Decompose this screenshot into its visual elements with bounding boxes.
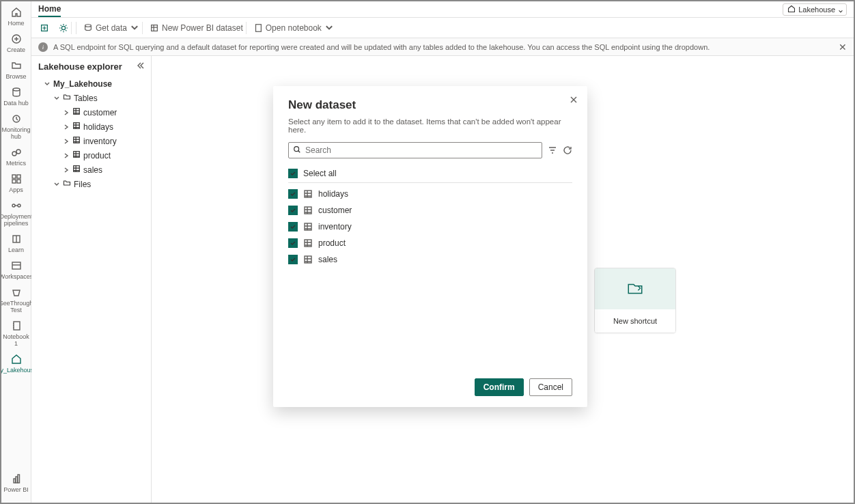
rail-power-bi[interactable]: Power BI: [1, 471, 31, 497]
svg-rect-8: [17, 180, 20, 183]
home-icon: [11, 7, 22, 18]
rail-label: Metrics: [6, 160, 26, 167]
checkbox-checked[interactable]: [288, 238, 298, 248]
tree-tables-label: Tables: [74, 94, 98, 103]
folder-icon: [63, 93, 71, 103]
tree-files[interactable]: Files: [31, 177, 151, 191]
tree-table-label: holidays: [83, 122, 113, 132]
rail-data-hub[interactable]: Data hub: [1, 84, 31, 111]
modal-item-row[interactable]: customer: [288, 202, 572, 219]
modal-item-row[interactable]: inventory: [288, 219, 572, 235]
tree-table-label: customer: [83, 108, 117, 117]
top-bar: Home: [31, 1, 854, 18]
refresh-button[interactable]: [563, 145, 572, 155]
table-icon: [72, 150, 81, 160]
page-title: Home: [38, 2, 61, 17]
tree-table-item[interactable]: customer: [31, 105, 151, 120]
new-dataset-button[interactable]: New Power BI dataset: [147, 22, 247, 34]
checkbox-checked[interactable]: [288, 169, 298, 178]
info-message: A SQL endpoint for SQL querying and a de…: [53, 43, 710, 51]
toolbar: Get data New Power BI dataset Open noteb…: [31, 18, 854, 38]
view-switcher[interactable]: Lakehouse: [783, 3, 847, 16]
rail-browse[interactable]: Browse: [1, 57, 31, 84]
new-shortcut-card[interactable]: New shortcut: [594, 268, 676, 333]
tree-table-label: inventory: [83, 137, 117, 146]
tree-table-item[interactable]: holidays: [31, 120, 151, 134]
lakehouse-icon: [11, 354, 22, 365]
svg-rect-6: [17, 175, 20, 178]
rail-apps[interactable]: Apps: [1, 171, 31, 197]
checkbox-checked[interactable]: [288, 189, 298, 199]
tree-table-item[interactable]: product: [31, 148, 151, 163]
tree-root[interactable]: My_Lakehouse: [31, 77, 151, 91]
rail-create[interactable]: Create: [1, 31, 31, 57]
rail-learn[interactable]: Learn: [1, 231, 31, 257]
rail-monitoring-hub[interactable]: Monitoring hub: [1, 111, 31, 144]
search-input[interactable]: [305, 145, 537, 155]
rail-metrics[interactable]: Metrics: [1, 144, 31, 171]
open-notebook-button[interactable]: Open notebook: [251, 22, 337, 34]
notebook-icon: [11, 320, 22, 331]
tree-table-item[interactable]: inventory: [31, 134, 151, 148]
select-all-row[interactable]: Select all: [288, 165, 572, 183]
explorer-tree: My_Lakehouse Tables customerholidaysinve…: [31, 77, 151, 191]
tree-table-item[interactable]: sales: [31, 163, 151, 177]
rail-label: Notebook 1: [1, 333, 31, 347]
tree-tables[interactable]: Tables: [31, 91, 151, 105]
new-item-button[interactable]: [37, 22, 52, 34]
chevron-down-icon: [130, 23, 139, 33]
chevron-right-icon: [63, 124, 70, 130]
checkbox-checked[interactable]: [288, 206, 298, 215]
info-close-button[interactable]: ✕: [839, 42, 847, 53]
rail-my-lakehouse[interactable]: My_Lakehouse: [1, 351, 31, 378]
chevron-right-icon: [63, 167, 70, 173]
confirm-button[interactable]: Confirm: [475, 378, 524, 396]
modal-item-row[interactable]: holidays: [288, 186, 572, 202]
get-data-button[interactable]: Get data: [81, 22, 143, 34]
modal-item-row[interactable]: sales: [288, 251, 572, 268]
modal-item-label: sales: [318, 255, 337, 264]
search-input-wrapper[interactable]: [288, 142, 542, 158]
cancel-button[interactable]: Cancel: [529, 378, 572, 396]
modal-item-label: product: [318, 238, 346, 248]
rail-label: Monitoring hub: [1, 126, 31, 140]
explorer-title: Lakehouse explorer: [38, 61, 122, 72]
svg-rect-16: [18, 475, 20, 483]
modal-close-button[interactable]: [570, 96, 578, 106]
checkbox-checked[interactable]: [288, 255, 298, 264]
search-icon: [293, 145, 301, 156]
workspaces-icon: [11, 260, 22, 271]
table-icon: [72, 122, 81, 132]
svg-point-18: [61, 26, 65, 29]
rail-label: Create: [7, 46, 25, 53]
view-switcher-label: Lakehouse: [798, 5, 835, 14]
card-illustration: [595, 268, 675, 309]
rail-seethrough-test[interactable]: SeeThrough Test: [1, 284, 31, 318]
power-bi-icon: [11, 473, 22, 484]
modal-title: New dataset: [288, 98, 572, 112]
lakehouse-icon: [787, 5, 796, 14]
rail-workspaces[interactable]: Workspaces: [1, 257, 31, 284]
table-icon: [72, 107, 81, 117]
tree-table-label: sales: [83, 165, 102, 175]
rail-label: Data hub: [3, 100, 29, 107]
filter-button[interactable]: [548, 145, 557, 155]
checkbox-checked[interactable]: [288, 222, 298, 232]
modal-item-row[interactable]: product: [288, 235, 572, 251]
chevron-down-icon: [53, 95, 60, 102]
settings-button[interactable]: [56, 22, 72, 34]
rail-home[interactable]: Home: [1, 4, 31, 31]
new-dataset-modal: New dataset Select any item to add it to…: [273, 86, 587, 407]
book-icon: [11, 234, 22, 244]
modal-item-label: customer: [318, 206, 352, 215]
rail-deployment-pipelines[interactable]: Deployment pipelines: [1, 197, 31, 231]
tree-table-label: product: [83, 151, 111, 160]
svg-point-3: [12, 152, 16, 156]
database-icon: [11, 87, 22, 98]
svg-point-4: [16, 150, 20, 154]
table-icon: [303, 189, 313, 199]
tree-root-label: My_Lakehouse: [53, 79, 112, 89]
rail-notebook-1[interactable]: Notebook 1: [1, 318, 31, 351]
folder-icon: [11, 60, 22, 71]
collapse-panel-button[interactable]: [136, 61, 144, 72]
